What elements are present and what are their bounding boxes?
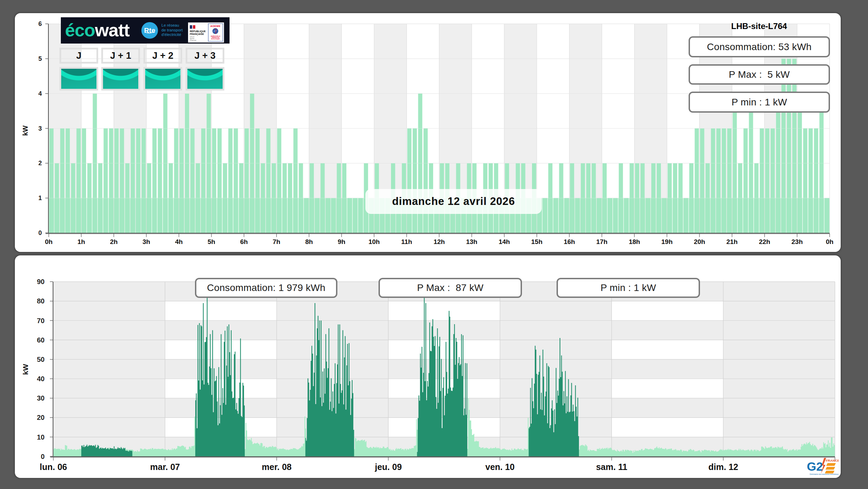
svg-text:12h: 12h	[433, 238, 445, 245]
svg-text:FRANCE: FRANCE	[826, 459, 839, 462]
svg-text:80: 80	[37, 297, 45, 305]
svg-text:lun. 06: lun. 06	[40, 462, 67, 472]
svg-text:kW: kW	[21, 125, 29, 136]
svg-text:8h: 8h	[305, 238, 313, 245]
svg-text:4h: 4h	[175, 238, 183, 245]
svg-text:mar. 07: mar. 07	[150, 462, 180, 472]
svg-text:14h: 14h	[498, 238, 510, 245]
svg-text:4: 4	[38, 90, 42, 97]
svg-text:21h: 21h	[726, 238, 738, 245]
svg-text:1h: 1h	[77, 238, 85, 245]
svg-text:jeu. 09: jeu. 09	[374, 462, 402, 472]
svg-text:70: 70	[37, 317, 45, 325]
svg-text:mer. 08: mer. 08	[262, 462, 291, 472]
svg-text:7h: 7h	[273, 238, 280, 245]
svg-text:2: 2	[38, 160, 42, 167]
svg-text:40: 40	[37, 375, 45, 383]
svg-text:6: 6	[38, 20, 42, 27]
svg-text:22h: 22h	[759, 238, 770, 245]
svg-text:17h: 17h	[596, 238, 608, 245]
svg-text:kW: kW	[21, 364, 29, 375]
svg-text:18h: 18h	[629, 238, 640, 245]
svg-text:20h: 20h	[694, 238, 705, 245]
svg-text:5h: 5h	[208, 238, 215, 245]
svg-text:2h: 2h	[110, 238, 118, 245]
svg-text:90: 90	[37, 278, 45, 285]
svg-text:30: 30	[37, 394, 45, 402]
svg-text:6h: 6h	[240, 238, 248, 245]
svg-text:9h: 9h	[338, 238, 345, 245]
svg-text:sam. 11: sam. 11	[596, 462, 627, 472]
svg-text:60: 60	[37, 336, 45, 344]
svg-text:0: 0	[38, 229, 42, 236]
svg-text:0h: 0h	[826, 238, 833, 245]
svg-text:dim. 12: dim. 12	[708, 462, 738, 472]
svg-text:19h: 19h	[661, 238, 673, 245]
svg-text:G2: G2	[807, 460, 823, 473]
svg-text:5: 5	[38, 55, 42, 62]
svg-text:10: 10	[37, 433, 45, 441]
svg-text:13h: 13h	[466, 238, 477, 245]
svg-text:0h: 0h	[45, 238, 53, 245]
svg-text:15h: 15h	[531, 238, 543, 245]
svg-text:ven. 10: ven. 10	[485, 462, 515, 472]
svg-text:20: 20	[37, 414, 45, 421]
svg-text:16h: 16h	[564, 238, 575, 245]
svg-text:1: 1	[38, 195, 42, 201]
svg-text:3: 3	[38, 125, 42, 132]
svg-text:0: 0	[41, 453, 45, 460]
svg-text:50: 50	[37, 356, 45, 363]
svg-text:Optimisation des ressources én: Optimisation des ressources énergétiques	[810, 473, 839, 475]
svg-text:10h: 10h	[368, 238, 380, 245]
svg-text:3h: 3h	[142, 238, 150, 245]
svg-text:11h: 11h	[401, 238, 412, 245]
svg-text:23h: 23h	[792, 238, 803, 245]
